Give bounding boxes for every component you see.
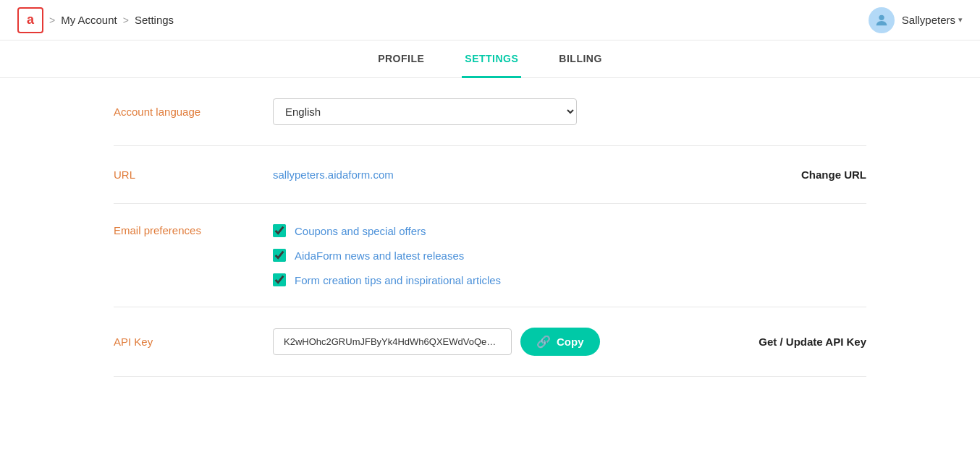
email-prefs-row: Email preferences Coupons and special of… — [114, 204, 866, 307]
url-action: Change URL — [801, 168, 866, 182]
link-icon: 🔗 — [536, 335, 551, 349]
main-content: Account language English Spanish French … — [56, 78, 924, 377]
api-key-action: Get / Update API Key — [735, 336, 866, 349]
url-row: URL sallypeters.aidaform.com Change URL — [114, 146, 866, 204]
pref-item-news: AidaForm news and latest releases — [273, 249, 501, 262]
api-key-input[interactable] — [273, 328, 512, 355]
pref-checkbox-coupons[interactable] — [273, 224, 286, 237]
email-prefs-label: Email preferences — [114, 224, 273, 236]
tab-profile[interactable]: PROFILE — [375, 41, 427, 78]
header-right: Sallypeters ▾ — [869, 7, 963, 33]
avatar — [869, 7, 895, 33]
svg-point-0 — [879, 14, 884, 20]
pref-checkbox-news[interactable] — [273, 249, 286, 262]
pref-checkbox-tips[interactable] — [273, 273, 286, 286]
api-key-row: API Key 🔗 Copy Get / Update API Key — [114, 307, 866, 377]
breadcrumb-sep-1: > — [49, 14, 55, 26]
pref-label-news: AidaForm news and latest releases — [295, 249, 464, 262]
copy-label: Copy — [557, 336, 584, 348]
api-key-control: 🔗 Copy — [273, 328, 735, 356]
header: a > My Account > Settings Sallypeters ▾ — [0, 0, 980, 40]
tabs-nav: PROFILE SETTINGS BILLING — [0, 40, 980, 78]
user-menu[interactable]: Sallypeters ▾ — [902, 14, 963, 26]
get-update-api-key-button[interactable]: Get / Update API Key — [759, 336, 866, 348]
language-select[interactable]: English Spanish French German Portuguese — [273, 98, 577, 125]
pref-label-coupons: Coupons and special offers — [295, 225, 426, 237]
url-value[interactable]: sallypeters.aidaform.com — [273, 168, 394, 181]
url-label: URL — [114, 168, 273, 181]
pref-label-tips: Form creation tips and inspirational art… — [295, 274, 501, 286]
breadcrumb-my-account[interactable]: My Account — [61, 14, 117, 26]
user-name-text: Sallypeters — [902, 14, 955, 26]
tab-settings[interactable]: SETTINGS — [462, 41, 521, 78]
language-control: English Spanish French German Portuguese — [273, 98, 866, 125]
api-key-label: API Key — [114, 336, 273, 348]
language-row: Account language English Spanish French … — [114, 78, 866, 146]
breadcrumb-sep-2: > — [123, 14, 129, 26]
change-url-button[interactable]: Change URL — [801, 168, 866, 181]
breadcrumb-current: Settings — [135, 14, 174, 26]
pref-item-coupons: Coupons and special offers — [273, 224, 501, 237]
chevron-down-icon: ▾ — [958, 15, 963, 25]
api-row-controls: 🔗 Copy — [273, 328, 600, 356]
email-prefs-control: Coupons and special offers AidaForm news… — [273, 224, 866, 286]
header-left: a > My Account > Settings — [17, 7, 174, 33]
app-logo[interactable]: a — [17, 7, 43, 33]
copy-button[interactable]: 🔗 Copy — [520, 328, 600, 356]
language-label: Account language — [114, 106, 273, 118]
email-prefs-list: Coupons and special offers AidaForm news… — [273, 224, 501, 286]
pref-item-tips: Form creation tips and inspirational art… — [273, 273, 501, 286]
tab-billing[interactable]: BILLING — [556, 41, 605, 78]
url-control: sallypeters.aidaform.com — [273, 168, 801, 181]
